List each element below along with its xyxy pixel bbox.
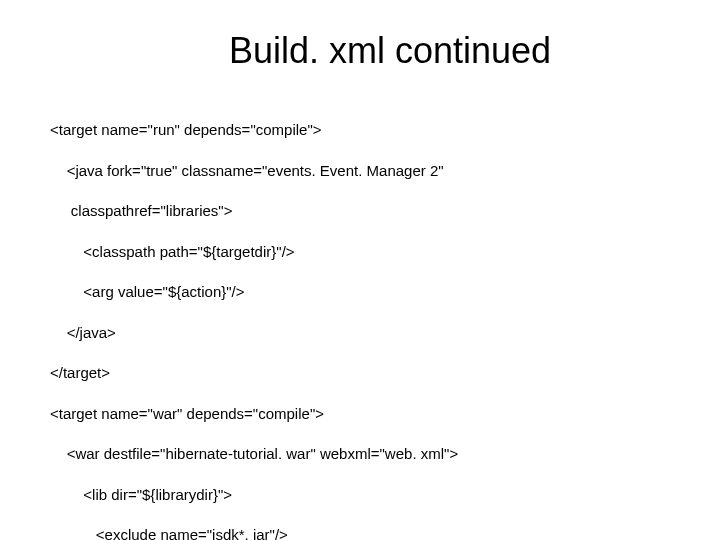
code-line: </java> <box>50 323 670 343</box>
code-line: <arg value="${action}"/> <box>50 282 670 302</box>
code-block: <target name="run" depends="compile"> <j… <box>50 100 670 540</box>
code-line: <target name="run" depends="compile"> <box>50 120 670 140</box>
code-line: </target> <box>50 363 670 383</box>
slide-title: Build. xml continued <box>50 30 670 72</box>
code-line: <war destfile="hibernate-tutorial. war" … <box>50 444 670 464</box>
code-line: <classpath path="${targetdir}"/> <box>50 242 670 262</box>
code-line: <exclude name="jsdk*. jar"/> <box>50 525 670 540</box>
code-line: <target name="war" depends="compile"> <box>50 404 670 424</box>
code-line: classpathref="libraries"> <box>50 201 670 221</box>
code-line: <lib dir="${librarydir}"> <box>50 485 670 505</box>
code-line: <java fork="true" classname="events. Eve… <box>50 161 670 181</box>
